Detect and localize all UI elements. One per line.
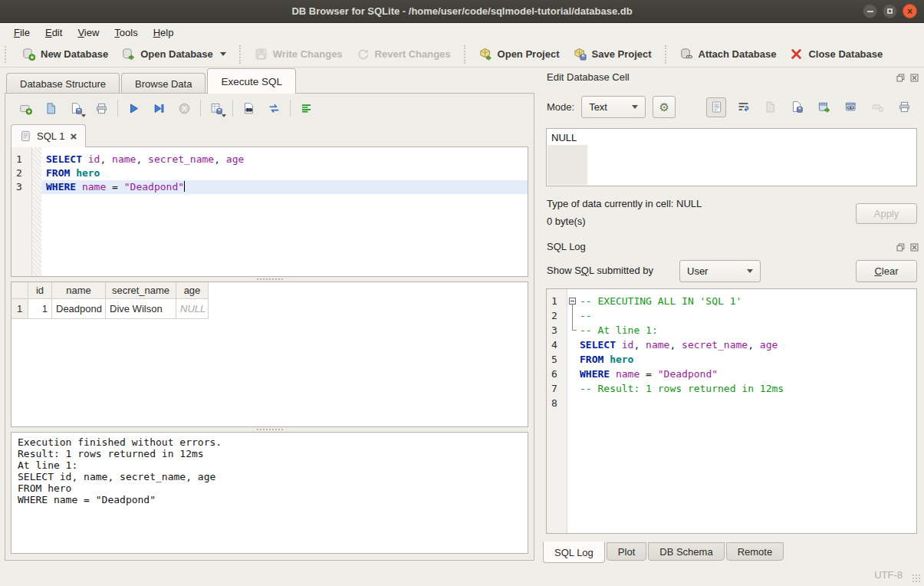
attach-database-icon (680, 48, 693, 61)
log-line: SELECT id, name, secret_name, age (567, 337, 916, 352)
attach-database-button[interactable]: Attach Database (673, 44, 784, 64)
sql-editor[interactable]: 1 2 3 SELECT id, name, secret_name, age … (11, 146, 528, 277)
save-results-dropdown-icon[interactable] (222, 114, 226, 117)
right-dock-area: Edit Database Cell Mode: Text ⚙ NULL (539, 67, 924, 564)
mode-selected-value: Text (589, 101, 607, 113)
dock-tab-plot[interactable]: Plot (607, 542, 646, 561)
open-database-dropdown-icon[interactable] (220, 52, 226, 56)
text-mode-button[interactable] (706, 97, 726, 117)
cell-id[interactable]: 1 (28, 299, 52, 319)
menu-edit[interactable]: Edit (38, 25, 70, 41)
log-filter-select[interactable]: User (679, 260, 761, 282)
log-filter-label: Show SQL submitted by (547, 265, 653, 276)
new-database-button[interactable]: New Database (15, 44, 115, 64)
code-line: SELECT id, name, secret_name, age (41, 153, 528, 166)
main-toolbar: New Database Open Database Write Changes… (0, 41, 924, 67)
save-project-button[interactable]: Save Project (567, 44, 659, 64)
open-database-button[interactable]: Open Database (115, 44, 233, 64)
menu-help[interactable]: Help (146, 25, 182, 41)
menu-bar: File Edit View Tools Help (0, 23, 924, 41)
fold-collapse-icon[interactable] (569, 298, 576, 305)
sql-editor-tab-label: SQL 1 (37, 130, 64, 142)
log-line: -- Result: 1 rows returned in 12ms (567, 381, 916, 396)
save-sql-dropdown-icon[interactable] (81, 114, 86, 117)
log-line: FROM hero (567, 352, 916, 367)
open-project-icon (479, 48, 492, 61)
encoding-indicator[interactable]: UTF-8 (874, 569, 903, 581)
format-sql-button[interactable] (296, 98, 316, 118)
word-wrap-button[interactable] (733, 97, 753, 117)
column-header-id[interactable]: id (28, 282, 52, 299)
cell-secret-name[interactable]: Dive Wilson (106, 299, 176, 319)
execute-all-button[interactable] (123, 98, 143, 118)
print-sql-button[interactable] (91, 98, 111, 118)
print-icon (898, 100, 911, 114)
title-bar[interactable]: DB Browser for SQLite - /home/user/code/… (0, 0, 924, 23)
float-panel-button[interactable] (896, 242, 906, 252)
splitter-handle-icon (257, 278, 283, 280)
log-line-number-gutter: 1 2 3 4 5 6 7 8 (547, 289, 567, 533)
editor-text-area[interactable]: SELECT id, name, secret_name, age FROM h… (41, 147, 528, 276)
open-project-button[interactable]: Open Project (472, 44, 567, 64)
main-tab-bar: Database Structure Browse Data Execute S… (0, 67, 539, 94)
tab-browse-data[interactable]: Browse Data (121, 73, 206, 94)
dock-tab-db-schema[interactable]: DB Schema (648, 542, 724, 561)
revert-changes-button[interactable]: Revert Changes (350, 44, 458, 64)
column-header-secret-name[interactable]: secret_name (106, 282, 176, 299)
float-panel-button[interactable] (896, 73, 906, 82)
column-header-age[interactable]: age (176, 282, 209, 299)
execution-status-text: Execution finished without errors. Resul… (12, 433, 528, 509)
tab-execute-sql[interactable]: Execute SQL (207, 68, 296, 94)
mode-select[interactable]: Text (581, 96, 646, 118)
close-tab-icon[interactable]: × (70, 130, 77, 142)
find-button[interactable] (238, 98, 258, 118)
sql-log-view[interactable]: 1 2 3 4 5 6 7 8 -- EXECUTING ALL IN 'SQL… (546, 288, 917, 534)
tab-database-structure[interactable]: Database Structure (6, 73, 120, 94)
close-panel-button[interactable] (909, 73, 919, 82)
menu-tools[interactable]: Tools (107, 25, 145, 41)
write-changes-button[interactable]: Write Changes (248, 44, 350, 64)
toolbar-drag-handle[interactable] (5, 46, 11, 63)
auto-format-button[interactable]: ⚙ (653, 96, 676, 118)
save-results-button[interactable] (206, 98, 226, 118)
open-sql-file-button[interactable] (41, 98, 61, 118)
cell-age-null[interactable]: NULL (176, 299, 209, 319)
maximize-button[interactable] (883, 4, 897, 18)
export-cell-data-button[interactable] (787, 97, 807, 117)
dock-tab-sql-log[interactable]: SQL Log (543, 542, 605, 563)
maximize-icon (887, 8, 893, 14)
import-file-icon (764, 100, 777, 114)
resize-grip-icon[interactable] (912, 574, 922, 584)
menu-view[interactable]: View (70, 25, 107, 41)
dock-tab-bar: SQL Log Plot DB Schema Remote (543, 542, 784, 563)
copy-link-button[interactable] (840, 97, 860, 117)
results-corner-header[interactable] (12, 282, 28, 299)
apply-button[interactable]: Apply (856, 203, 917, 224)
execute-line-button[interactable] (149, 98, 169, 118)
close-window-button[interactable]: × (903, 4, 917, 18)
cell-name[interactable]: Deadpond (52, 299, 106, 319)
open-in-external-button[interactable] (814, 97, 834, 117)
close-database-button[interactable]: Close Database (783, 44, 889, 64)
minimize-button[interactable] (863, 4, 877, 18)
close-panel-button[interactable] (909, 242, 919, 252)
sql-editor-tab[interactable]: SQL 1 × (11, 124, 86, 147)
execution-status-box[interactable]: Execution finished without errors. Resul… (11, 432, 528, 554)
import-cell-data-button[interactable] (760, 97, 780, 117)
execute-sql-panel: SQL 1 × 1 2 3 SELECT id, name, secret_na… (5, 93, 534, 561)
new-sql-tab-button[interactable] (15, 98, 35, 118)
print-cell-button[interactable] (894, 97, 914, 117)
editor-fold-margin (32, 147, 41, 276)
dock-tab-remote[interactable]: Remote (726, 542, 784, 561)
stop-execution-button[interactable] (174, 98, 194, 118)
menu-file[interactable]: File (6, 25, 38, 41)
set-null-button[interactable] (867, 97, 887, 117)
clear-log-button[interactable]: Clear (856, 260, 917, 282)
find-replace-button[interactable] (264, 98, 284, 118)
row-number-cell[interactable]: 1 (12, 299, 28, 319)
save-sql-file-icon (70, 102, 83, 115)
save-sql-file-button[interactable] (66, 98, 86, 118)
toolbar-separator (290, 100, 291, 117)
cell-editor-area[interactable]: NULL (546, 128, 917, 186)
column-header-name[interactable]: name (52, 282, 106, 299)
